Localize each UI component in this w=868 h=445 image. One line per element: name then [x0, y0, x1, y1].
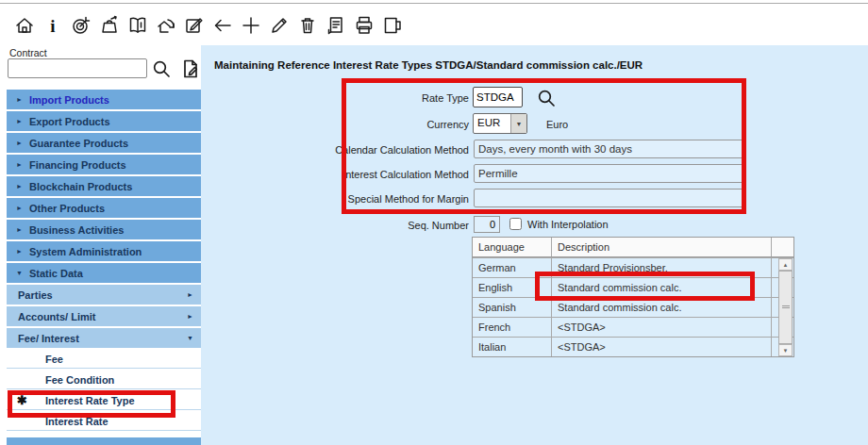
back-button[interactable]	[210, 13, 235, 38]
window-top-border	[0, 3, 868, 4]
print-icon	[353, 14, 376, 37]
compose-icon	[183, 14, 206, 37]
contract-new-document-button[interactable]	[178, 57, 203, 81]
sidebar-item-guarantee-products[interactable]: ►Guarantee Products	[7, 133, 201, 153]
table-row-english[interactable]: English Standard commission calc.	[473, 277, 793, 297]
sidebar-item-import-products[interactable]: ►Import Products	[7, 90, 201, 109]
chevron-down-icon: ▼	[187, 335, 193, 341]
rate-type-lookup-button[interactable]	[534, 86, 559, 110]
table-row-italian[interactable]: Italian <STDGA>	[473, 337, 793, 356]
home-button[interactable]	[12, 13, 37, 38]
search-icon	[150, 58, 173, 80]
currency-selected-value: EUR	[474, 114, 510, 133]
contract-search-button[interactable]	[149, 57, 174, 81]
contract-label: Contract	[9, 47, 47, 58]
chevron-right-icon: ►	[16, 226, 23, 233]
table-row-spanish[interactable]: Spanish Standard commission calc.	[473, 297, 793, 317]
chevron-right-icon: ►	[16, 205, 23, 211]
language-column-header: Language	[473, 238, 551, 256]
chevron-right-icon: ►	[16, 140, 23, 146]
journal-button[interactable]	[324, 13, 348, 38]
seq-number-label: Seq. Number	[271, 220, 469, 231]
sidebar-item-fee-condition[interactable]: Fee Condition	[7, 371, 201, 389]
sidebar-item-blockchain-products[interactable]: ►Blockchain Products	[7, 176, 201, 196]
description-column-header: Description	[551, 238, 771, 256]
sidebar-item-export-products[interactable]: ►Export Products	[7, 111, 201, 131]
sidebar-item-interest-rate-type[interactable]: ✱Interest Rate Type	[7, 391, 201, 410]
chevron-right-icon: ►	[16, 96, 23, 103]
add-icon	[240, 14, 262, 37]
sidebar-item-partial	[7, 437, 201, 445]
rate-type-label: Rate Type	[271, 92, 469, 104]
chevron-right-icon: ►	[16, 183, 23, 190]
rate-type-input[interactable]	[473, 87, 523, 107]
info-icon: i	[50, 17, 55, 35]
currency-name-text: Euro	[546, 119, 568, 130]
scrollbar-grip-icon	[782, 307, 790, 308]
sidebar-item-fee-interest[interactable]: Fee/ Interest▼	[7, 328, 201, 348]
currency-select[interactable]: EUR ▼	[473, 113, 527, 134]
scroll-down-button[interactable]: ▼	[778, 344, 793, 356]
documentation-book-icon	[126, 14, 149, 37]
compose-button[interactable]	[182, 13, 207, 38]
interest-calculation-method-label: Interest Calculation Method	[271, 169, 469, 180]
calendar-calculation-method-label: Calendar Calculation Method	[271, 144, 469, 156]
send-out-button[interactable]	[97, 13, 122, 38]
sidebar-item-interest-rate[interactable]: Interest Rate	[7, 412, 201, 431]
page-title: Maintaining Reference Interest Rate Type…	[214, 59, 643, 71]
chevron-right-icon: ►	[16, 161, 23, 168]
table-row-french[interactable]: French <STDGA>	[473, 317, 793, 337]
table-header-row: Language Description	[473, 238, 793, 257]
scrollbar-thumb[interactable]	[778, 271, 793, 344]
table-scrollbar[interactable]: ▲ ▼	[778, 258, 793, 356]
with-interpolation-label: With Interpolation	[527, 219, 609, 230]
new-document-icon	[179, 58, 202, 80]
sidebar-item-static-data[interactable]: ▼Static Data	[7, 263, 201, 283]
journal-icon	[325, 14, 347, 37]
edit-button[interactable]	[267, 13, 292, 38]
search-icon	[535, 87, 558, 109]
chevron-right-icon: ►	[16, 118, 23, 124]
send-out-icon	[98, 14, 121, 37]
sidebar-item-other-products[interactable]: ►Other Products	[7, 198, 201, 218]
chevron-right-icon: ►	[187, 291, 193, 298]
target-icon	[70, 14, 92, 37]
chevron-down-icon: ▼	[16, 270, 23, 276]
language-description-table: Language Description German Standard Pro…	[472, 237, 794, 357]
sidebar-item-accounts-limit[interactable]: Accounts/ Limit►	[7, 306, 201, 326]
selected-marker-icon: ✱	[17, 393, 27, 407]
sidebar-item-business-activities[interactable]: ►Business Activities	[7, 220, 201, 239]
delete-button[interactable]	[295, 13, 320, 38]
sidebar-item-fee[interactable]: Fee	[7, 350, 201, 369]
table-row-german[interactable]: German Standard Provisionsber.	[473, 257, 793, 277]
with-interpolation-checkbox[interactable]	[509, 218, 522, 230]
scrollbar-grip-icon	[782, 305, 790, 306]
exit-icon	[381, 14, 404, 37]
info-button[interactable]: i	[41, 13, 65, 38]
navigation-sidebar: ►Import Products ►Export Products ►Guara…	[7, 90, 201, 433]
documentation-button[interactable]	[125, 13, 150, 38]
special-method-for-margin-field[interactable]	[474, 189, 745, 207]
scroll-up-button[interactable]: ▲	[778, 258, 793, 271]
chevron-right-icon: ►	[16, 248, 23, 255]
sidebar-item-financing-products[interactable]: ►Financing Products	[7, 155, 201, 174]
currency-label: Currency	[271, 119, 469, 130]
calendar-calculation-method-field[interactable]	[474, 140, 745, 158]
delete-trash-icon	[296, 14, 319, 37]
contract-search-input[interactable]	[8, 58, 147, 78]
application-window: i Contract Maintaining Reference Interes…	[0, 0, 868, 445]
interest-calculation-method-field[interactable]	[474, 164, 745, 183]
chevron-down-icon[interactable]: ▼	[510, 114, 526, 133]
exit-button[interactable]	[380, 13, 405, 38]
target-button[interactable]	[69, 13, 93, 38]
refresh-home-button[interactable]	[154, 13, 178, 38]
chevron-right-icon: ►	[187, 313, 193, 320]
print-button[interactable]	[352, 13, 376, 38]
header-spacer-cell	[771, 238, 793, 256]
edit-pencil-icon	[268, 14, 291, 37]
sidebar-item-parties[interactable]: Parties►	[7, 285, 201, 305]
sidebar-item-system-administration[interactable]: ►System Administration	[7, 241, 201, 261]
special-method-for-margin-label: Special Method for Margin	[271, 193, 469, 205]
add-button[interactable]	[239, 13, 263, 38]
seq-number-input[interactable]	[474, 216, 500, 233]
